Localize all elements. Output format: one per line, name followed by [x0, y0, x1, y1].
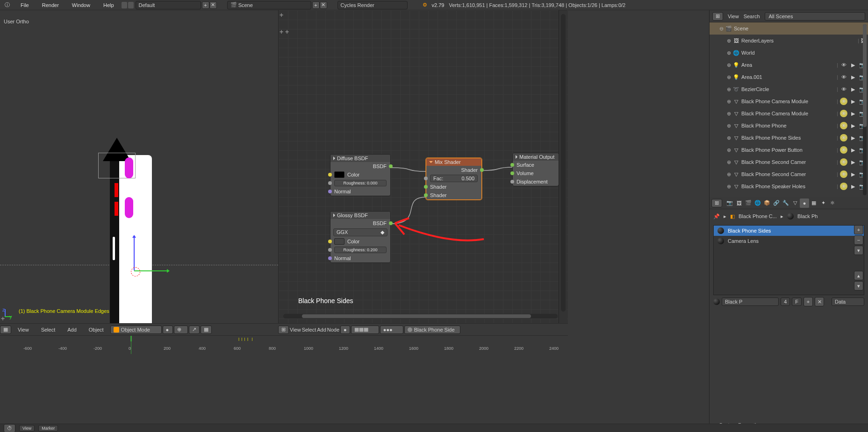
split-corner-icon[interactable]: + — [280, 28, 283, 35]
material-browse-icon[interactable] — [713, 298, 720, 305]
socket-bsdf-out[interactable] — [389, 164, 393, 168]
editor-type-properties-icon[interactable]: ⊞ — [711, 199, 722, 207]
visibility-icon[interactable]: 👁 — [840, 110, 847, 117]
socket-roughness-in[interactable] — [328, 181, 332, 185]
scene-dropdown[interactable]: 🎬 Scene — [227, 1, 311, 9]
material-name-field[interactable]: Black P — [722, 297, 779, 306]
distribution-dropdown[interactable]: GGX◆ — [333, 228, 387, 236]
shader-type-icon[interactable]: ● — [340, 326, 350, 334]
tab-physics-icon[interactable]: ⚛ — [828, 198, 837, 208]
layout-del-button[interactable]: ✕ — [209, 1, 217, 9]
socket-roughness-in[interactable] — [328, 248, 332, 252]
visibility-icon[interactable]: 👁 — [840, 61, 847, 69]
visibility-icon[interactable]: 👁 — [840, 122, 847, 129]
node-mix-shader[interactable]: Mix Shader Shader Fac:0.500 Shader Shade… — [426, 158, 482, 200]
breadcrumb-material[interactable]: Black Ph — [797, 213, 818, 219]
socket-shader1-in[interactable] — [424, 185, 428, 189]
tree-row[interactable]: ⊕ ▽ Black Phone Phone | 👁 ▶ 📷 — [710, 120, 868, 132]
material-unlink-button[interactable]: ✕ — [815, 297, 824, 306]
editor-type-3dview-icon[interactable]: ▦ — [0, 326, 11, 334]
mode-dropdown[interactable]: Object Mode — [110, 326, 162, 334]
scroll-thumb[interactable] — [302, 314, 531, 318]
material-fakeuser-button[interactable]: F — [792, 297, 802, 306]
node-menu-select[interactable]: Select — [302, 327, 316, 333]
manipulator-icon[interactable]: ↗ — [189, 326, 200, 334]
material-slot-item[interactable]: Black Phone Sides — [714, 226, 864, 236]
socket-shader2-in[interactable] — [424, 193, 428, 197]
tree-row[interactable]: ⊕ ▽ Black Phone Camera Module | 👁 ▶ 📷 — [710, 95, 868, 107]
use-nodes-icons[interactable]: ●●● — [380, 326, 403, 334]
view3d-menu-add[interactable]: Add — [62, 327, 82, 333]
expand-icon[interactable]: ⊕ — [726, 74, 731, 80]
socket-displacement-in[interactable] — [510, 180, 514, 184]
node-diffuse-bsdf[interactable]: Diffuse BSDF BSDF Color Roughness: 0.000… — [330, 154, 391, 196]
selectable-icon[interactable]: ▶ — [849, 61, 857, 69]
split-corner-icon[interactable]: + — [280, 11, 283, 19]
tree-row[interactable]: ⊕ 💡 Area.001 | 👁 ▶ 📷 — [710, 71, 868, 83]
tree-row[interactable]: ⊕ ▽ Black Phone Phone Sides | 👁 ▶ 📷 — [710, 132, 868, 144]
node-editor[interactable]: + + + Diffuse BSDF BSDF Color Roughness:… — [278, 10, 568, 323]
node-tree-icons[interactable]: ▦▦▦ — [351, 326, 379, 334]
expand-icon[interactable]: ⊕ — [726, 86, 731, 92]
editor-type-node-icon[interactable]: ⊞ — [278, 326, 289, 334]
expand-icon[interactable]: ⊕ — [726, 50, 731, 56]
selectable-icon[interactable]: ▶ — [849, 85, 857, 93]
selectable-icon[interactable]: ▶ — [849, 170, 857, 178]
visibility-icon[interactable]: 👁 — [840, 98, 847, 105]
expand-icon[interactable]: ⊕ — [726, 62, 731, 68]
visibility-icon[interactable]: 👁 — [840, 170, 847, 178]
selectable-icon[interactable]: ▶ — [849, 183, 857, 190]
scroll-thumb[interactable] — [863, 24, 867, 127]
socket-bsdf-out[interactable] — [389, 221, 393, 225]
selectable-icon[interactable]: ▶ — [849, 73, 857, 81]
scene-del-button[interactable]: ✕ — [320, 1, 327, 9]
menu-render[interactable]: Render — [36, 2, 65, 8]
node-material-output[interactable]: Material Output Surface Volume Displacem… — [512, 153, 559, 186]
material-moveup-button[interactable]: ▴ — [854, 271, 863, 280]
node-glossy-bsdf[interactable]: Glossy BSDF BSDF GGX◆ Color Roughness: 0… — [330, 211, 391, 263]
color-swatch[interactable] — [334, 238, 344, 245]
3d-viewport[interactable]: + User Ortho z y (1) Black Phone Camera … — [0, 10, 278, 323]
tab-world-icon[interactable]: 🌐 — [753, 198, 762, 208]
expand-icon[interactable]: ⊕ — [726, 184, 731, 190]
menu-window[interactable]: Window — [65, 2, 97, 8]
tree-row[interactable]: ⊕ ➰ BezierCircle | 👁 ▶ 📷 — [710, 83, 868, 95]
socket-shader-out[interactable] — [480, 168, 484, 172]
outliner-filter-dropdown[interactable]: All Scenes — [765, 12, 865, 21]
socket-surface-in[interactable] — [510, 163, 514, 167]
menu-file[interactable]: File — [14, 2, 36, 8]
tab-particles-icon[interactable]: ✦ — [818, 198, 828, 208]
visibility-icon[interactable]: 👁 — [840, 85, 847, 93]
visibility-icon[interactable]: 👁 — [840, 183, 847, 190]
expand-icon[interactable]: ⊕ — [726, 38, 731, 44]
screen-layout-dropdown[interactable]: Default — [136, 1, 201, 9]
tree-row[interactable]: ⊖ 🎬 Scene | — [710, 22, 868, 35]
tree-row[interactable]: ⊕ 🖼 RenderLayers | 🖼 — [710, 35, 868, 47]
outliner-vscroll[interactable] — [863, 24, 867, 195]
expand-icon[interactable]: ⊕ — [726, 111, 731, 117]
node-menu-add[interactable]: Add — [317, 327, 326, 333]
tab-renderlayers-icon[interactable]: 🖼 — [734, 198, 744, 208]
socket-volume-in[interactable] — [510, 171, 514, 175]
roughness-slider[interactable]: Roughness: 0.000 — [334, 180, 387, 186]
axis-z-arrow[interactable] — [134, 238, 135, 270]
selectable-icon[interactable]: ▶ — [849, 110, 857, 117]
view3d-menu-view[interactable]: View — [12, 327, 35, 333]
timeline[interactable]: | | | | | -600-400-200020040060080010001… — [0, 335, 568, 354]
editor-type-outliner-icon[interactable]: ⊞ — [712, 12, 723, 21]
tab-object-icon[interactable]: 📦 — [762, 198, 772, 208]
selectable-icon[interactable]: ▶ — [849, 134, 857, 142]
fac-slider[interactable]: Fac:0.500 — [430, 175, 478, 182]
socket-normal-in[interactable] — [328, 190, 332, 193]
node-hscroll[interactable] — [283, 314, 558, 319]
pivot-dropdown[interactable]: ⊕ — [174, 326, 188, 334]
expand-icon[interactable]: ⊕ — [726, 135, 731, 141]
shading-dropdown[interactable]: ● — [163, 326, 173, 334]
expand-icon[interactable]: ⊕ — [726, 171, 731, 177]
view3d-menu-object[interactable]: Object — [83, 327, 109, 333]
tree-row[interactable]: ⊕ ▽ Black Phone Camera Module | 👁 ▶ 📷 — [710, 107, 868, 120]
tree-row[interactable]: ⊕ ▽ Black Phone Speaker Holes | 👁 ▶ 📷 — [710, 180, 868, 192]
layers-icon[interactable]: ▦ — [201, 326, 212, 334]
roughness-slider[interactable]: Roughness: 0.200 — [334, 247, 387, 253]
render-engine-dropdown[interactable]: Cycles Render — [337, 1, 408, 9]
